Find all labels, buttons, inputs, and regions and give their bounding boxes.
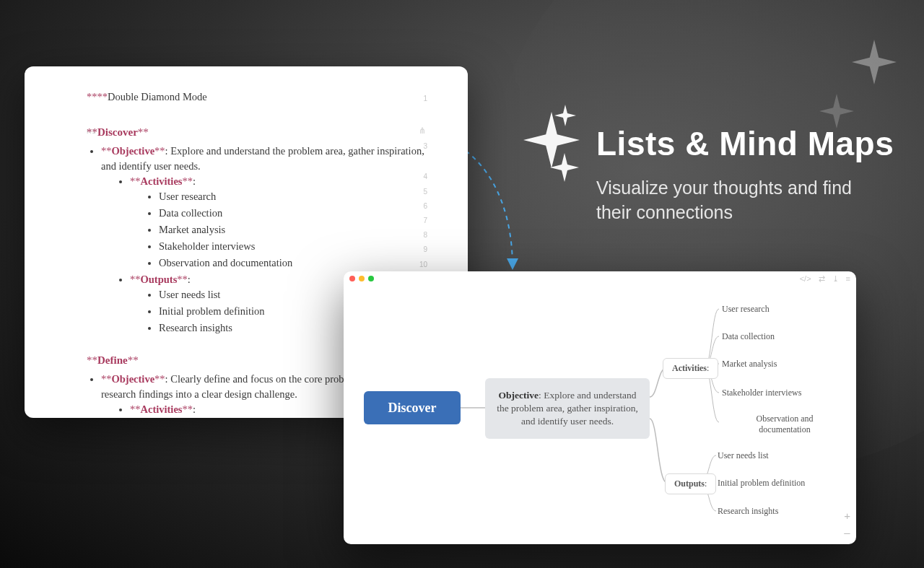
line-number: 3 [423,141,427,152]
mindmap-leaf[interactable]: Market analysis [722,359,777,370]
mindmap-leaf[interactable]: Data collection [722,331,775,342]
section-heading-discover: **Discover** ⋔ [87,125,426,141]
document-title-line: ****Double Diamond Mode [87,89,426,105]
list-item: **Activities**: 5 6 7 8 9 User research … [130,174,426,271]
mindmap-leaf[interactable]: User research [722,304,770,315]
zoom-out-button[interactable]: – [844,526,850,538]
sparkle-icon [554,105,576,126]
mindmap-canvas[interactable]: Discover Objective: Explore and understa… [344,271,856,544]
sparkle-icon [550,153,579,182]
mindmap-activities-node[interactable]: Activities: [663,358,718,379]
zoom-in-button[interactable]: + [844,510,850,522]
mindmap-leaf[interactable]: Research insights [718,506,778,517]
line-number: 1 [423,94,427,105]
list-item: Stakeholder interviews [159,239,426,254]
mindmap-outputs-node[interactable]: Outputs: [665,473,716,494]
mindmap-leaf[interactable]: Observation and documentation [745,414,824,435]
share-icon[interactable]: ⋔ [419,125,426,137]
mindmap-leaf[interactable]: Stakeholder interviews [722,388,801,398]
list-item: User research [159,189,426,204]
mindmap-leaf[interactable]: User needs list [718,450,769,461]
sparkle-icon [819,94,854,128]
zoom-controls: + – [844,510,850,538]
list-item: Market analysis [159,222,426,237]
hero-subtitle: Visualize your thoughts and find their c… [596,176,885,225]
sparkle-icon [852,40,897,84]
hero-text: Lists & Mind Maps Visualize your thought… [596,124,894,225]
mindmap-root-node[interactable]: Discover [364,391,461,424]
hero-title: Lists & Mind Maps [596,124,894,163]
list-item: Observation and documentation [159,255,426,271]
list-item: Data collection [159,206,426,221]
mindmap-leaf[interactable]: Initial problem definition [718,478,805,489]
mindmap-objective-node[interactable]: Objective: Explore and understand the pr… [485,378,650,439]
mindmap-card[interactable]: </> ⇄ ⤓ ≡ Discover Objective: Explore an… [344,271,856,544]
